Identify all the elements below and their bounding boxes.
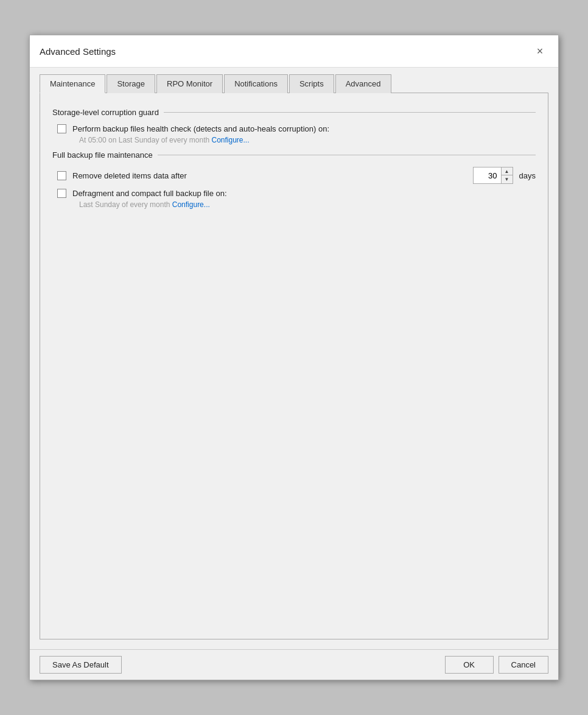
save-as-default-button[interactable]: Save As Default [40, 656, 122, 674]
footer-left: Save As Default [40, 656, 122, 674]
close-button[interactable]: × [531, 43, 548, 60]
spinner-down-button[interactable]: ▼ [502, 175, 513, 183]
tab-scripts[interactable]: Scripts [289, 74, 334, 93]
footer-right: OK Cancel [445, 656, 548, 674]
tab-advanced[interactable]: Advanced [335, 74, 391, 93]
remove-deleted-checkbox[interactable] [57, 171, 66, 180]
health-check-configure-link[interactable]: Configure... [211, 136, 249, 144]
defragment-configure-link[interactable]: Configure... [172, 200, 210, 209]
tab-bar: Maintenance Storage RPO Monitor Notifica… [40, 74, 548, 93]
health-check-checkbox[interactable] [57, 124, 66, 133]
section1-title: Storage-level corruption guard [52, 108, 159, 117]
defragment-checkbox[interactable] [57, 189, 66, 198]
remove-deleted-checkbox-wrap: Remove deleted items data after [57, 171, 265, 180]
dialog-footer: Save As Default OK Cancel [30, 649, 558, 680]
health-check-label: Perform backup files health check (detec… [72, 124, 329, 133]
spinner-up-button[interactable]: ▲ [502, 167, 513, 175]
section2-header: Full backup file maintenance [52, 150, 536, 160]
days-label: days [519, 171, 536, 180]
ok-button[interactable]: OK [445, 656, 494, 674]
tab-storage[interactable]: Storage [107, 74, 155, 93]
cancel-button[interactable]: Cancel [499, 656, 548, 674]
defragment-label: Defragment and compact full backup file … [72, 189, 227, 198]
maintenance-tab-content: Storage-level corruption guard Perform b… [40, 93, 548, 639]
tab-rpo-monitor[interactable]: RPO Monitor [156, 74, 223, 93]
dialog-title: Advanced Settings [40, 46, 116, 57]
advanced-settings-dialog: Advanced Settings × Maintenance Storage … [29, 35, 559, 680]
dialog-body: Maintenance Storage RPO Monitor Notifica… [30, 68, 558, 649]
section2-title: Full backup file maintenance [52, 150, 153, 160]
section2-line [158, 155, 536, 155]
remove-deleted-label: Remove deleted items data after [72, 171, 187, 180]
tab-maintenance[interactable]: Maintenance [40, 74, 105, 93]
title-bar: Advanced Settings × [30, 35, 558, 68]
tab-notifications[interactable]: Notifications [224, 74, 288, 93]
defragment-row: Defragment and compact full backup file … [52, 189, 536, 198]
defragment-subtext-plain: Last Sunday of every month [79, 200, 170, 209]
health-check-subtext: At 05:00 on Last Sunday of every month C… [79, 136, 536, 144]
health-check-checkbox-wrap: Perform backup files health check (detec… [57, 124, 329, 133]
spinner-arrows: ▲ ▼ [501, 167, 513, 183]
days-spinner-wrap: ▲ ▼ days [473, 167, 536, 184]
defragment-checkbox-wrap: Defragment and compact full backup file … [57, 189, 227, 198]
section1-header: Storage-level corruption guard [52, 108, 536, 117]
section1-line [164, 112, 536, 113]
remove-deleted-row: Remove deleted items data after ▲ ▼ days [52, 167, 536, 184]
health-check-subtext-plain: At 05:00 on Last Sunday of every month [79, 136, 209, 144]
defragment-subtext: Last Sunday of every month Configure... [79, 200, 536, 209]
days-input[interactable] [474, 167, 501, 183]
days-spinner: ▲ ▼ [473, 167, 513, 184]
health-check-row: Perform backup files health check (detec… [52, 124, 536, 133]
